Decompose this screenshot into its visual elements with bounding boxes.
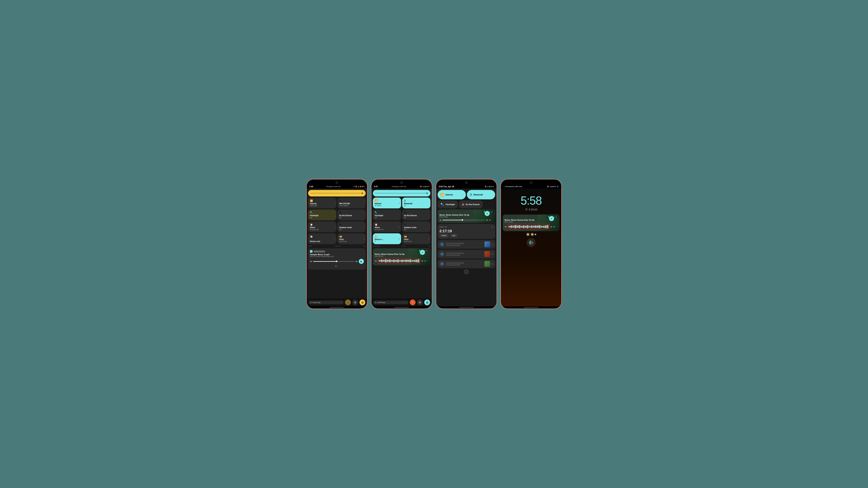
w-bar <box>417 259 420 262</box>
tile-2-bluetooth[interactable]: ℬ Bluetooth On <box>402 198 430 208</box>
clock-pause-btn[interactable]: Pause <box>439 234 448 237</box>
tile-3-flashlight[interactable]: 🔦 Flashlight <box>438 200 458 208</box>
heart-icon-3[interactable]: ♡ <box>492 219 493 221</box>
tile-device[interactable]: 🏠 Device cont <box>308 233 336 244</box>
tile-internet[interactable]: 📶 Internet WiFimoder <box>308 198 336 208</box>
w-bar <box>409 259 411 262</box>
prev-icon-4[interactable]: ⏮ <box>504 226 506 228</box>
next-icon-2[interactable]: ⏭ <box>421 260 423 262</box>
media-content-4: Never, Never Gonna Give Ya Up Barry Whit… <box>504 219 558 229</box>
power-btn-1[interactable]: ⏻ <box>360 299 365 305</box>
brightness-track-2 <box>375 193 426 194</box>
tile-3-bluetooth[interactable]: ℬ Bluetooth <box>467 190 495 199</box>
tile-2-gpay-sub: Add a card <box>404 240 429 242</box>
song-title-4: Never, Never Gonna Give Ya Up <box>504 219 558 221</box>
prev-icon-3[interactable]: ⏮ <box>439 219 441 221</box>
media-dot-2[interactable]: 🔀 <box>530 233 534 236</box>
w-bar <box>401 260 403 262</box>
media-progress-1[interactable] <box>313 261 354 262</box>
tile-2-flashlight[interactable]: 🔦 Flashlight Off <box>373 209 401 220</box>
phone-3-status-icons: 🔕 ▲ ▮ 91% <box>485 186 494 188</box>
phone-2-screen: 5:57 Emergency calls only 🔕 ▲ ▮ 90% ☀ 📶 <box>371 180 432 308</box>
prev-icon-2[interactable]: ⏮ <box>375 260 377 262</box>
settings-btn-2[interactable]: ⚙ <box>417 299 423 305</box>
next-icon-4[interactable]: ⏭ <box>551 226 553 228</box>
tile-device-title: Device cont <box>310 240 335 242</box>
battery-level-3: 91% <box>491 186 494 188</box>
next-icon[interactable]: ⏭ <box>355 260 358 263</box>
tile-2-internet[interactable]: 📶 Internet B7 WiFim... <box>373 198 401 208</box>
gpay-2-icon: 💳 <box>404 235 429 238</box>
phone-2-status-bar: 5:57 Emergency calls only 🔕 ▲ ▮ 90% <box>371 185 432 189</box>
tile-flashlight[interactable]: 🔦 Flashlight Off <box>308 209 336 220</box>
edit-icon[interactable]: ✏ <box>364 245 365 247</box>
settings-btn-1[interactable]: ⚙ <box>352 299 358 305</box>
notif-thumb-3 <box>485 261 490 267</box>
tile-3-dnd[interactable]: ⊘ Do Not Disturb <box>459 200 483 208</box>
tile-2-gpay[interactable]: 💳 GPay Add a card <box>402 233 430 244</box>
msg-icon[interactable]: ✉ <box>464 269 469 274</box>
media-controls-2: ⏮ <box>375 258 429 263</box>
active-app-2[interactable]: ℹ 1 active app › <box>373 300 408 304</box>
tile-3-internet[interactable]: 📶 Internet › <box>438 190 466 199</box>
version-text: .029) <box>309 245 312 247</box>
avatar-btn-2[interactable]: Z <box>410 299 415 305</box>
notif-title-2 <box>446 253 464 254</box>
tile-dnd[interactable]: ⊘ Do Not Disturb Off <box>337 209 366 220</box>
tile-2-airplane[interactable]: ✈ Airplane mode Off <box>402 221 430 232</box>
shuffle-icon-4[interactable]: ⇄ <box>554 226 555 228</box>
tile-dnd-title: Do Not Disturb <box>339 215 364 217</box>
tile-bt-sub: 100% battery <box>339 205 364 206</box>
clock-collapse-icon[interactable]: ∧ <box>492 226 493 228</box>
phone-2-emergency: Emergency calls only <box>392 186 406 188</box>
prev-icon[interactable]: ⏮ <box>310 260 312 263</box>
next-icon-3[interactable]: ⏭ <box>486 219 488 221</box>
play-button-1[interactable]: ▶ <box>359 259 364 264</box>
phone-3-screen: 5:56 Thu, Apr 28 🔕 ▲ ▮ 91% 📶 Internet › <box>436 180 497 308</box>
tile-gpay[interactable]: 💳 GPay Add a card <box>337 233 366 244</box>
media-progress-3[interactable] <box>442 220 485 220</box>
mute-icon: 🔕 <box>355 186 357 188</box>
w-bar <box>413 260 415 262</box>
waveform-box-4[interactable] <box>507 224 549 229</box>
waveform-box-2[interactable] <box>378 258 420 263</box>
media-controls-3: ⏮ ⏭ ⇄ ♡ <box>439 219 493 221</box>
heart-icon-2[interactable]: ♡ <box>427 260 429 262</box>
phone-2-tile-row-4: 🏠 Device c... S 💳 GPay Add a card <box>373 233 430 244</box>
tile-2-alarm-title: Alarm <box>375 226 399 228</box>
tile-2-dnd[interactable]: ⊘ Do Not Disturb Off <box>402 209 430 220</box>
notif-title-3 <box>446 262 464 264</box>
tile-2-device[interactable]: 🏠 Device c... S <box>373 233 401 244</box>
phone-2-brightness[interactable]: ☀ <box>373 190 430 196</box>
edit-icon-2[interactable]: ✏ <box>429 245 430 247</box>
airplane-2-icon: ✈ <box>404 223 429 226</box>
shuffle-icon-3[interactable]: ⇄ <box>489 219 491 221</box>
media-dot-1[interactable]: 🔁 <box>526 233 530 236</box>
clock-lap-btn[interactable]: Lap <box>450 234 457 237</box>
dnd-tile-icon: ⊘ <box>339 211 364 214</box>
fingerprint-btn[interactable] <box>527 238 536 247</box>
phone-1-brightness[interactable]: ☀ <box>308 190 366 196</box>
w4-bar <box>523 225 524 228</box>
avatar-btn-1[interactable]: 👤 <box>345 299 351 305</box>
tile-alarm[interactable]: ⏰ Alarm No alarm set <box>308 221 336 232</box>
chevron-down-1[interactable]: ∨ <box>492 243 493 246</box>
shuffle-icon-2[interactable]: ⇄ <box>425 260 426 262</box>
chevron-down-2[interactable]: ∨ <box>492 253 493 255</box>
notif-row-1: 🔵 ∨ <box>438 240 495 249</box>
tile-airplane[interactable]: ✈ Airplane mode Off <box>337 221 366 232</box>
chevron-down-3[interactable]: ∨ <box>492 263 493 265</box>
heart-icon-4[interactable]: ♡ <box>556 226 558 228</box>
power-btn-2[interactable]: ⏻ <box>424 299 430 305</box>
w-bar <box>393 260 395 262</box>
w-bar <box>381 260 382 262</box>
local-music-icon: ♪ <box>310 250 312 253</box>
active-app-1[interactable]: ℹ 1 active app › <box>309 300 344 304</box>
phone-3-time: 5:56 Thu, Apr 28 <box>439 186 454 188</box>
tile-2-alarm[interactable]: ⏰ Alarm No alarm set <box>373 221 401 232</box>
w-bar <box>379 260 380 262</box>
timer-value: 2:19:10 <box>529 208 537 211</box>
active-app-text-2: 1 active app <box>376 301 385 303</box>
tile-bluetooth[interactable]: ℬ WH-CH710N 100% battery <box>337 198 366 208</box>
mute-icon-3: 🔕 <box>485 186 487 188</box>
